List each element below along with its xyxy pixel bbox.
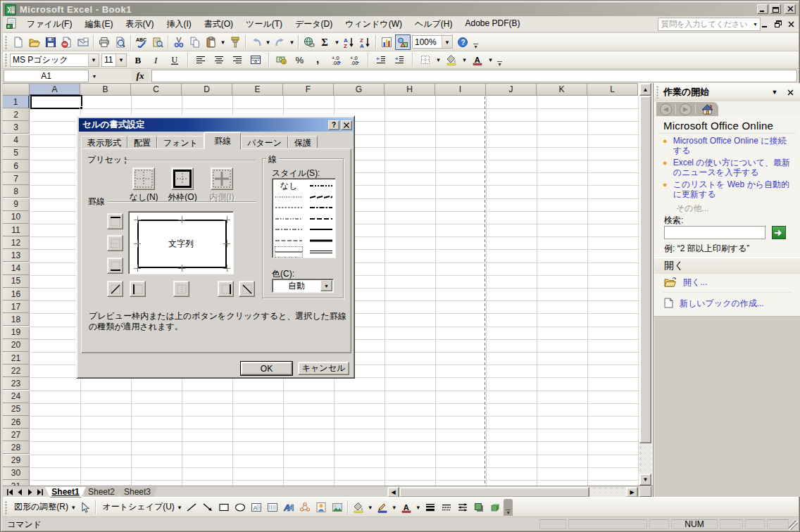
scroll-right-icon[interactable]: ▶: [626, 487, 638, 498]
office-online-link-1[interactable]: Excel の使い方について、最新のニュースを入手する: [673, 158, 791, 177]
new-document-button[interactable]: [11, 34, 26, 50]
workbook-close-button[interactable]: [786, 18, 796, 30]
vertical-scroll-track[interactable]: [639, 443, 651, 474]
remove-decimal-button[interactable]: +.0.00: [346, 52, 363, 68]
row-header-3[interactable]: 3: [3, 121, 30, 134]
line-style-fine-dash[interactable]: [275, 203, 302, 213]
row-header-12[interactable]: 12: [3, 236, 30, 249]
autoshapes-button[interactable]: オートシェイプ(U): [98, 500, 183, 514]
diagram-button[interactable]: [297, 500, 313, 515]
next-sheet-icon[interactable]: [25, 487, 35, 498]
draw-adjust-button[interactable]: 図形の調整(R): [10, 500, 77, 514]
edge-right-button[interactable]: [218, 281, 234, 297]
column-header-G[interactable]: G: [334, 83, 385, 96]
fill-color-button[interactable]: [443, 52, 460, 68]
print-preview-button[interactable]: [113, 34, 128, 50]
merge-center-button[interactable]: a: [247, 52, 264, 68]
preset-outline-button[interactable]: [171, 167, 194, 190]
column-header-E[interactable]: E: [232, 83, 283, 96]
prev-sheet-icon[interactable]: [15, 487, 25, 498]
toolbar-options-icon[interactable]: [495, 52, 504, 68]
menu-item-4[interactable]: 書式(O): [198, 16, 239, 32]
row-header-2[interactable]: 2: [3, 108, 30, 121]
more-link[interactable]: その他...: [676, 203, 709, 215]
autosum-dropdown-icon[interactable]: [333, 34, 341, 50]
clip-art-button[interactable]: [313, 500, 329, 515]
autosum-button[interactable]: Σ: [318, 34, 333, 50]
font-color-dropdown-icon[interactable]: [487, 52, 494, 68]
row-header-24[interactable]: 24: [3, 391, 30, 403]
open-workbook-row[interactable]: 開く...: [654, 277, 795, 287]
undo-button[interactable]: [249, 34, 264, 50]
fill-color-dropdown-icon[interactable]: [461, 52, 468, 68]
rectangle-button[interactable]: [216, 500, 232, 515]
edge-diag-up-button[interactable]: [107, 281, 123, 297]
column-header-F[interactable]: F: [283, 83, 334, 96]
sheet-tab-sheet3[interactable]: Sheet3: [117, 487, 158, 498]
print-button[interactable]: [96, 34, 112, 50]
align-right-button[interactable]: [229, 52, 246, 68]
ok-button[interactable]: OK: [241, 362, 292, 375]
resize-grip[interactable]: [789, 521, 798, 530]
line-color-button[interactable]: [375, 500, 390, 515]
search-go-icon[interactable]: [772, 226, 786, 239]
last-sheet-icon[interactable]: [35, 487, 44, 498]
vertical-scroll-thumb[interactable]: [639, 96, 651, 443]
maximize-button[interactable]: [770, 4, 781, 14]
outdent-button[interactable]: [373, 52, 389, 68]
minimize-button[interactable]: [757, 4, 768, 14]
fill-handle[interactable]: [80, 106, 83, 110]
row-header-27[interactable]: 27: [3, 429, 30, 441]
fill-color-dropdown-icon[interactable]: [366, 500, 374, 515]
row-header-26[interactable]: 26: [3, 416, 30, 429]
font-color-dropdown-icon[interactable]: [414, 500, 422, 515]
row-header-23[interactable]: 23: [3, 377, 30, 390]
chart-wizard-button[interactable]: [379, 34, 394, 50]
menu-item-9[interactable]: Adobe PDF(B): [458, 16, 526, 32]
workbook-restore-button[interactable]: [773, 18, 783, 30]
scroll-left-icon[interactable]: ◀: [387, 487, 399, 498]
row-header-29[interactable]: 29: [3, 455, 30, 467]
font-size-dropdown-icon[interactable]: [115, 54, 126, 66]
horizontal-scroll-thumb[interactable]: [399, 487, 589, 498]
picture-button[interactable]: [330, 500, 345, 515]
sheet-tab-sheet2[interactable]: Sheet2: [81, 487, 122, 498]
menu-item-2[interactable]: 表示(V): [119, 16, 160, 32]
row-header-13[interactable]: 13: [3, 249, 30, 262]
row-header-14[interactable]: 14: [3, 262, 30, 275]
color-dropdown-icon[interactable]: ▼: [320, 280, 332, 291]
paste-dropdown-icon[interactable]: [219, 34, 227, 50]
line-style-listbox[interactable]: なし: [272, 178, 336, 258]
word-art-button[interactable]: AA: [281, 500, 296, 515]
toolbar-drag-handle[interactable]: [4, 53, 8, 67]
row-header-18[interactable]: 18: [3, 313, 30, 326]
bold-button[interactable]: B: [130, 52, 146, 68]
office-online-link-2[interactable]: このリストを Web から自動的に更新する: [673, 179, 791, 199]
dialog-tab-罫線[interactable]: 罫線: [204, 132, 241, 149]
column-header-A[interactable]: A: [30, 83, 80, 96]
line-style-thin-solid[interactable]: [275, 247, 302, 257]
row-header-19[interactable]: 19: [3, 327, 30, 339]
column-header-B[interactable]: B: [80, 83, 131, 96]
search-input[interactable]: [664, 226, 765, 239]
column-header-L[interactable]: L: [587, 83, 638, 96]
new-workbook-link[interactable]: 新しいブックの作成...: [680, 298, 764, 308]
line-style-slant-dash[interactable]: [309, 192, 333, 202]
research-button[interactable]: [150, 34, 165, 50]
paste-button[interactable]: [204, 34, 219, 50]
shadow-style-button[interactable]: [471, 500, 487, 515]
save-button[interactable]: [43, 34, 58, 50]
font-name-dropdown-icon[interactable]: [88, 54, 99, 66]
workbook-minimize-button[interactable]: [759, 18, 770, 30]
question-box[interactable]: 質問を入力してください ▾: [658, 18, 761, 31]
toolbar-options-icon[interactable]: [471, 34, 480, 50]
font-size-combo[interactable]: 11: [101, 53, 127, 67]
edge-middle-v-button[interactable]: [173, 281, 189, 297]
dialog-tab-フォント[interactable]: フォント: [157, 136, 204, 149]
permission-button[interactable]: [59, 34, 75, 50]
forward-icon[interactable]: ▶: [680, 103, 692, 115]
formula-input[interactable]: [151, 70, 797, 82]
active-cell[interactable]: [30, 95, 82, 109]
sort-asc-button[interactable]: AZ: [342, 34, 357, 50]
row-header-6[interactable]: 6: [3, 160, 30, 172]
